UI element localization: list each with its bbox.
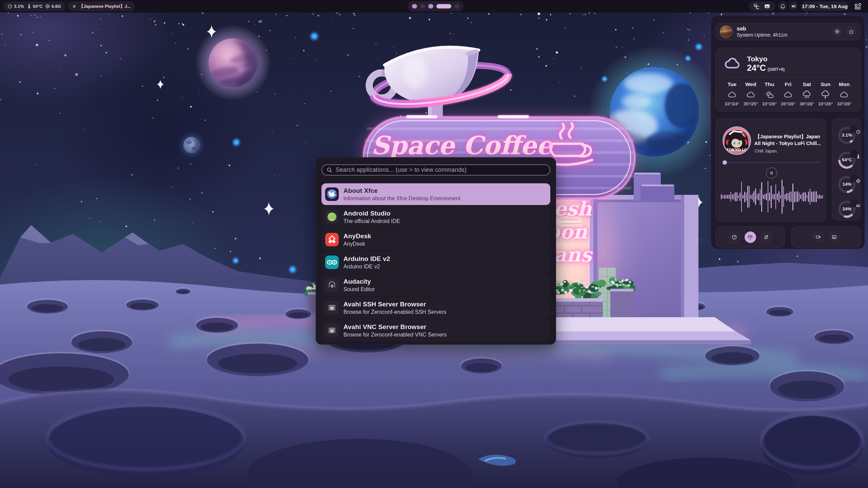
screenshot-button[interactable] bbox=[828, 231, 840, 243]
profile-powersave-button[interactable] bbox=[761, 231, 772, 243]
launcher-result-avahi-vnc-server-browser[interactable]: Avahi VNC Server BrowserBrowse for Zeroc… bbox=[321, 320, 550, 341]
day-name: Tue bbox=[728, 81, 736, 87]
album-art[interactable]: TOKYO LO bbox=[723, 126, 751, 155]
waveform-bar bbox=[727, 195, 728, 199]
screen-record-button[interactable] bbox=[812, 231, 824, 243]
forecast-day-sun: Sun33°/26° bbox=[817, 81, 834, 106]
speedo-icon bbox=[856, 129, 861, 134]
workspace-dot-4[interactable] bbox=[436, 4, 451, 8]
launcher-result-arduino-ide-v2[interactable]: Arduino IDE v2Arduino IDE v2 bbox=[321, 251, 550, 273]
media-player-pill[interactable]: 【Japanese Playlist】J... bbox=[68, 2, 135, 11]
gauge-icon-badge bbox=[850, 150, 858, 158]
forecast-day-mon: Mon33°/26° bbox=[835, 81, 853, 106]
storm-icon bbox=[821, 90, 830, 99]
android-icon bbox=[325, 210, 339, 224]
profile-performance-button[interactable] bbox=[729, 231, 740, 243]
power-button[interactable] bbox=[846, 27, 856, 36]
workspace-dot-5[interactable] bbox=[454, 4, 459, 8]
waveform-bar bbox=[792, 183, 793, 210]
waveform-bar bbox=[805, 192, 806, 201]
gauge-value: 24% bbox=[835, 206, 859, 211]
audacity-icon bbox=[325, 278, 339, 292]
waveform-bar bbox=[782, 180, 783, 214]
volume-button[interactable] bbox=[789, 2, 798, 11]
tray-app-icon[interactable]: UC bbox=[754, 3, 760, 9]
xfce-icon bbox=[325, 187, 339, 201]
cafe-sign-text: Space Coffee bbox=[371, 131, 554, 160]
waveform-bar bbox=[785, 194, 786, 199]
avatar bbox=[720, 25, 732, 38]
forecast-day-fri: Fri35°/26° bbox=[779, 81, 797, 106]
waveform-bar bbox=[736, 192, 737, 201]
result-title: AnyDesk bbox=[343, 232, 371, 240]
result-title: About Xfce bbox=[343, 187, 460, 195]
capture-card bbox=[791, 226, 861, 248]
launcher-result-audacity[interactable]: AudacitySound Editor bbox=[321, 274, 550, 296]
day-temps: 33°/26° bbox=[837, 101, 851, 106]
app-grid-button[interactable] bbox=[853, 2, 862, 11]
waveform-bar bbox=[726, 195, 727, 199]
workspace-dot-2[interactable] bbox=[420, 4, 425, 8]
system-stats-pill[interactable]: 3.1% 54°C 6.8G bbox=[3, 2, 65, 11]
waveform-bar bbox=[739, 192, 741, 201]
waveform-bar bbox=[780, 195, 781, 199]
launcher-result-avahi-ssh-server-browser[interactable]: Avahi SSH Server BrowserBrowse for Zeroc… bbox=[321, 297, 550, 319]
profile-balanced-button[interactable] bbox=[745, 231, 756, 243]
launcher-result-about-xfce[interactable]: About XfceInformation about the Xfce Des… bbox=[321, 183, 550, 205]
waveform-bar bbox=[817, 195, 818, 198]
gauge-speedo: 3.1% bbox=[832, 123, 861, 148]
waveform-bar bbox=[749, 186, 750, 207]
workspace-dot-1[interactable] bbox=[412, 4, 417, 8]
notifications-button[interactable] bbox=[778, 2, 787, 11]
waveform-bar bbox=[723, 195, 724, 198]
result-subtitle: Arduino IDE v2 bbox=[343, 263, 390, 270]
gauge-icon-badge bbox=[850, 125, 858, 133]
day-temps: 33°/24° bbox=[725, 101, 739, 106]
track-progress-slider[interactable] bbox=[723, 162, 821, 163]
slider-knob[interactable] bbox=[723, 160, 727, 165]
clock[interactable]: 17:09 - Tue, 19 Aug bbox=[801, 2, 849, 11]
day-temps: 35°/25° bbox=[744, 101, 758, 106]
waveform-bar bbox=[761, 182, 762, 212]
temperature-stat: 54°C bbox=[26, 4, 43, 9]
cloud-icon bbox=[728, 90, 737, 99]
launcher-result-android-studio[interactable]: Android StudioThe official Android IDE bbox=[321, 206, 550, 228]
control-panel: seb System Uptime: 4h11m Tokyo 24°C(GMT+… bbox=[711, 15, 865, 249]
cpu-value: 3.1% bbox=[14, 4, 24, 9]
waveform-bar bbox=[735, 192, 736, 201]
launcher-result-anydesk[interactable]: AnyDeskAnyDesk bbox=[321, 229, 550, 250]
day-name: Sun bbox=[821, 81, 830, 87]
tray-letter-c: C bbox=[756, 5, 759, 10]
tray-screenshot-icon[interactable] bbox=[764, 3, 770, 9]
play-pause-button[interactable] bbox=[766, 167, 777, 179]
system-gauges-card: 3.1%54°C14%24% bbox=[832, 118, 861, 220]
forecast-day-wed: Wed35°/25° bbox=[742, 81, 760, 106]
waveform-bar bbox=[814, 191, 815, 203]
settings-button[interactable] bbox=[832, 27, 842, 36]
result-subtitle: Information about the Xfce Desktop Envir… bbox=[343, 195, 460, 202]
waveform-bar bbox=[752, 194, 753, 200]
memory-stat: 6.8G bbox=[45, 4, 61, 9]
waveform-bar bbox=[769, 192, 770, 201]
day-temps: 33°/26° bbox=[762, 101, 777, 106]
waveform-bar bbox=[816, 191, 817, 202]
systray-pill[interactable]: UC bbox=[749, 2, 775, 11]
thermometer-icon bbox=[26, 4, 32, 9]
forecast-day-sat: Sat36°/26° bbox=[798, 81, 816, 106]
gauge-icon-badge bbox=[850, 199, 858, 207]
workspace-indicator[interactable] bbox=[408, 1, 463, 11]
workspace-dot-3[interactable] bbox=[428, 4, 433, 8]
result-subtitle: Browse for Zeroconf-enabled VNC Servers bbox=[343, 331, 447, 338]
bell-icon bbox=[780, 3, 786, 9]
waveform-bar bbox=[799, 192, 800, 201]
gauge-value: 14% bbox=[835, 182, 859, 187]
waveform-bar bbox=[733, 194, 734, 200]
divider bbox=[723, 77, 853, 77]
waveform-bar bbox=[822, 195, 823, 199]
waveform-bar bbox=[750, 195, 751, 199]
suncloud-icon bbox=[765, 90, 774, 99]
waveform-bar bbox=[800, 195, 801, 199]
result-title: Android Studio bbox=[343, 209, 400, 217]
anydesk-icon bbox=[325, 233, 339, 246]
search-input[interactable]: Search applications... (use > to view co… bbox=[321, 164, 550, 176]
